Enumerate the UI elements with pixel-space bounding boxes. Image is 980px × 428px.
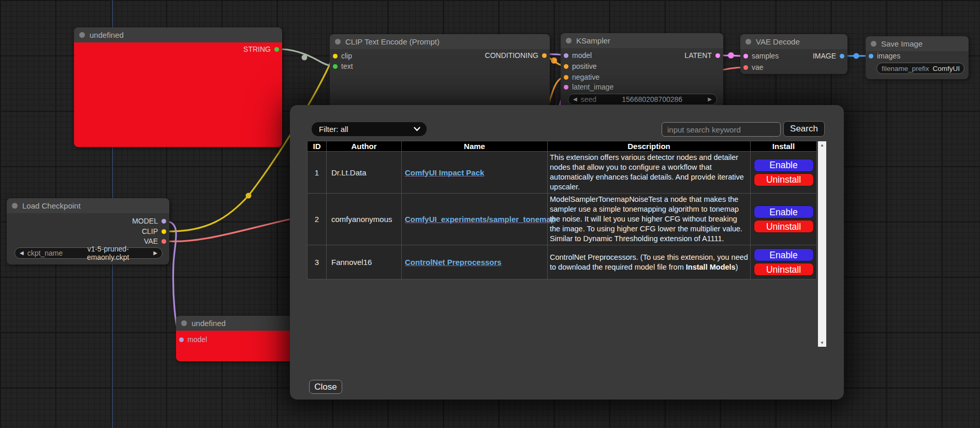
filename-prefix-widget[interactable]: filename_prefix ComfyUI [876,63,964,74]
extension-table-container: ID Author Name Description Install 1 Dr.… [307,141,826,347]
input-slot-positive[interactable]: positive [564,62,596,70]
slot-dot-positive[interactable] [564,64,568,69]
slot-dot-model[interactable] [564,53,568,58]
node-title: CLIP Text Encode (Prompt) [345,37,440,46]
input-slot-clip[interactable]: clip [333,52,352,60]
close-button[interactable]: Close [309,380,342,394]
filter-select[interactable]: Filter: all [312,122,427,136]
input-slot-images[interactable]: images [869,52,900,60]
input-slot-negative[interactable]: negative [564,73,599,81]
collapse-dot-icon[interactable] [12,203,18,209]
input-slot-model[interactable]: model [179,335,207,344]
enable-button[interactable]: Enable [754,248,814,261]
extension-link[interactable]: ComfyUI Impact Pack [405,168,484,177]
search-button[interactable]: Search [783,121,825,137]
node-save-image[interactable]: Save Image images filename_prefix ComfyU… [866,36,969,79]
cell-id: 1 [308,152,327,194]
input-slot-samples[interactable]: samples [743,52,779,60]
slot-dot-string[interactable] [274,47,279,52]
node-title: KSampler [576,36,610,45]
slot-dot-clip[interactable] [333,54,338,58]
enable-button[interactable]: Enable [754,159,814,172]
table-row: 3 Fannovel16 ControlNet Preprocessors Co… [308,245,817,279]
output-slot-image[interactable]: IMAGE [813,52,844,60]
extension-link[interactable]: ComfyUI_experiments/sampler_tonemap [405,215,555,224]
input-slot-latent-image[interactable]: latent_image [564,83,613,91]
scroll-down-icon[interactable]: ▼ [818,339,826,347]
output-slot-string[interactable]: STRING [243,45,279,53]
scroll-up-icon[interactable]: ▲ [818,141,826,149]
output-slot-vae[interactable]: VAE [144,237,166,245]
increment-arrow-icon[interactable]: ▶ [708,97,712,102]
collapse-dot-icon[interactable] [745,39,751,45]
collapse-dot-icon[interactable] [79,32,85,38]
slot-dot-text[interactable] [333,64,338,69]
cell-author: Dr.Lt.Data [327,152,402,194]
slot-dot-latent-image[interactable] [564,85,568,90]
node-vae-decode[interactable]: VAE Decode samples vae IMAGE [740,34,847,74]
slot-dot-samples[interactable] [743,54,748,58]
slot-dot-images[interactable] [869,54,873,58]
input-slot-vae[interactable]: vae [743,63,764,71]
slot-dot-conditioning[interactable] [542,53,547,58]
slot-label: images [877,52,900,60]
node-header[interactable]: Load Checkpoint [7,198,169,213]
output-slot-clip[interactable]: CLIP [142,227,166,235]
node-header[interactable]: VAE Decode [740,34,847,49]
collapse-dot-icon[interactable] [566,38,572,43]
ckpt-name-widget[interactable]: ◀ ckpt_name v1-5-pruned-emaonly.ckpt ▶ [14,247,163,259]
node-header[interactable]: Save Image [866,36,969,51]
uninstall-button[interactable]: Uninstall [754,220,814,233]
cell-id: 2 [308,194,327,245]
uninstall-button[interactable]: Uninstall [754,263,814,276]
slot-dot-model[interactable] [162,219,166,224]
col-header-name: Name [402,141,548,152]
node-header[interactable]: CLIP Text Encode (Prompt) [330,34,550,49]
slot-dot-image[interactable] [840,54,844,58]
slot-label: model [187,335,207,344]
slot-label: IMAGE [813,52,836,60]
collapse-dot-icon[interactable] [335,39,341,45]
slot-label: model [572,51,592,60]
node-undefined-top[interactable]: undefined STRING [74,27,282,147]
slot-label: samples [752,52,779,60]
decrement-arrow-icon[interactable]: ◀ [20,250,24,256]
uninstall-button[interactable]: Uninstall [754,173,814,186]
widget-label: filename_prefix [882,65,929,72]
cell-author: comfyanonymous [327,194,402,245]
input-slot-model[interactable]: model [564,51,592,60]
widget-label: seed [581,95,596,104]
output-slot-model[interactable]: MODEL [132,217,166,225]
slot-dot-latent[interactable] [715,53,720,58]
slot-dot-vae[interactable] [162,239,166,244]
collapse-dot-icon[interactable] [871,41,876,47]
slot-label: clip [341,52,352,60]
cell-id: 3 [308,245,327,279]
slot-dot-vae[interactable] [743,65,748,70]
table-scrollbar[interactable]: ▲ ▼ [818,141,826,347]
decrement-arrow-icon[interactable]: ◀ [573,97,577,102]
widget-label: ckpt_name [27,249,63,257]
output-slot-conditioning[interactable]: CONDITIONING [485,51,547,60]
output-slot-latent[interactable]: LATENT [684,51,720,60]
slot-label: latent_image [572,83,613,91]
node-header[interactable]: KSampler [561,33,723,48]
collapse-dot-icon[interactable] [181,320,187,326]
filter-select-value: Filter: all [319,125,414,134]
col-header-description: Description [548,141,751,152]
extension-manager-dialog: Filter: all Search ID Author Name Descri… [290,105,844,400]
col-header-install: Install [751,141,817,152]
slot-dot-clip[interactable] [162,229,166,234]
input-slot-text[interactable]: text [333,62,353,70]
node-load-checkpoint[interactable]: Load Checkpoint MODEL CLIP VAE ◀ ckpt_na… [7,198,169,264]
search-input[interactable] [662,122,781,137]
node-header[interactable]: undefined [74,27,282,42]
extension-link[interactable]: ControlNet Preprocessors [405,258,502,267]
slot-dot-model[interactable] [179,337,184,342]
widget-value: ComfyUI [933,65,960,72]
seed-widget[interactable]: ◀ seed 156680208700286 ▶ [568,94,717,105]
node-title: Load Checkpoint [22,201,81,210]
slot-dot-negative[interactable] [564,75,568,80]
enable-button[interactable]: Enable [754,205,814,218]
increment-arrow-icon[interactable]: ▶ [153,250,157,256]
